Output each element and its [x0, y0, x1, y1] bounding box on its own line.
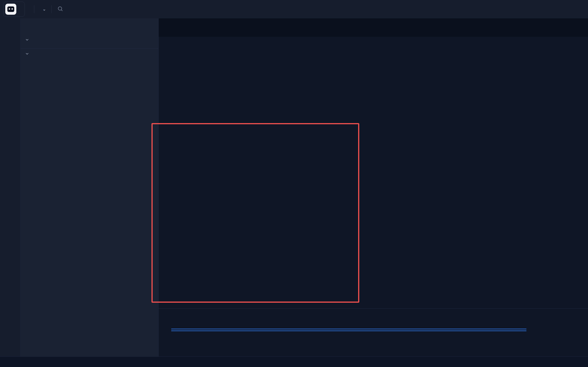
divider [51, 5, 52, 13]
open-editors-header[interactable] [21, 34, 158, 45]
chevron-down-icon [25, 37, 29, 42]
ide-window: ⌄ [0, 0, 588, 367]
global-search[interactable] [57, 6, 117, 13]
breadcrumb[interactable] [159, 37, 588, 47]
code-editor[interactable] [159, 47, 588, 327]
debug-console-panel [159, 309, 588, 356]
editor-tabbar [159, 18, 588, 37]
app-logo-icon [5, 4, 16, 15]
editor-area [159, 18, 588, 356]
console-divider [171, 331, 526, 331]
files-section-header[interactable] [21, 48, 158, 59]
panel-toolbar [159, 309, 588, 321]
chevron-down-icon [25, 51, 29, 56]
sidebar-header [21, 18, 158, 34]
activity-bar [0, 18, 21, 356]
search-icon [57, 6, 63, 13]
chevron-down-icon: ⌄ [43, 7, 46, 12]
project-switcher[interactable]: ⌄ [37, 7, 48, 12]
status-bar [0, 356, 588, 367]
titlebar: ⌄ [0, 0, 588, 18]
console-divider [171, 329, 526, 329]
search-input[interactable] [66, 6, 117, 12]
app-logo-group [3, 2, 25, 17]
divider [34, 5, 34, 13]
explorer-sidebar [21, 18, 159, 356]
console-content [159, 321, 588, 357]
